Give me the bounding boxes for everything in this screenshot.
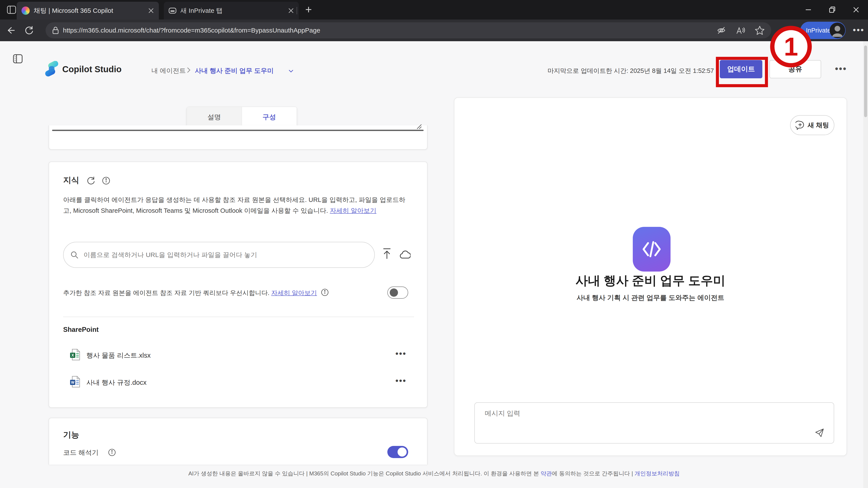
file-more-icon[interactable]: ••• bbox=[395, 349, 406, 359]
knowledge-info-icon[interactable] bbox=[102, 176, 110, 185]
breadcrumb-root[interactable]: 내 에이전트 bbox=[152, 66, 186, 75]
priority-learn-more-link[interactable]: 자세히 알아보기 bbox=[271, 289, 317, 296]
excel-file-icon: X bbox=[70, 349, 80, 360]
page-scrollbar-thumb[interactable] bbox=[864, 45, 867, 117]
address-bar[interactable]: https://m365.cloud.microsoft/chat/?fromc… bbox=[45, 22, 771, 38]
breadcrumb-current[interactable]: 사내 행사 준비 업무 도우미 bbox=[195, 66, 274, 75]
minimize-button[interactable] bbox=[796, 0, 820, 20]
agent-title: 사내 행사 준비 업무 도우미 bbox=[454, 272, 847, 289]
tracking-prevention-icon[interactable] bbox=[716, 26, 726, 35]
file-more-icon[interactable]: ••• bbox=[395, 376, 406, 386]
agent-subtitle: 사내 행사 기획 시 관련 업무를 도와주는 에이전트 bbox=[454, 293, 847, 302]
tab-close-icon[interactable] bbox=[287, 6, 295, 15]
knowledge-learn-more-link[interactable]: 자세히 알아보기 bbox=[330, 207, 376, 214]
message-input[interactable] bbox=[484, 409, 789, 418]
annotation-step-number: 1 bbox=[784, 32, 798, 61]
priority-toggle[interactable] bbox=[388, 287, 408, 299]
browser-tab-copilot[interactable]: 채팅 | Microsoft 365 Copilot bbox=[17, 2, 159, 20]
back-button[interactable] bbox=[6, 25, 16, 35]
code-interpreter-label: 코드 해석기 bbox=[63, 448, 99, 457]
inprivate-label: InPrivate bbox=[806, 27, 831, 34]
browser-tab-inprivate[interactable]: 새 InPrivate 탭 bbox=[164, 2, 299, 20]
sharepoint-section-label: SharePoint bbox=[63, 326, 99, 333]
priority-info-icon[interactable] bbox=[321, 289, 329, 296]
chat-add-icon bbox=[796, 121, 805, 130]
priority-row: 추가한 참조 자료 원본을 에이전트 참조 자료 기반 쿼리보다 우선시합니다.… bbox=[63, 289, 371, 297]
knowledge-refresh-icon[interactable] bbox=[86, 176, 95, 185]
code-interpreter-toggle[interactable] bbox=[388, 446, 408, 458]
browser-menu-icon[interactable]: ••• bbox=[851, 24, 866, 36]
tab-close-icon[interactable] bbox=[147, 6, 155, 15]
tab-description[interactable]: 설명 bbox=[187, 107, 242, 127]
word-file-icon: W bbox=[70, 376, 80, 388]
knowledge-title: 지식 bbox=[63, 175, 79, 186]
code-interpreter-info-icon[interactable] bbox=[108, 449, 116, 456]
refresh-button[interactable] bbox=[24, 26, 34, 35]
new-tab-button[interactable]: + bbox=[302, 3, 315, 16]
knowledge-divider bbox=[63, 317, 414, 317]
textarea-bottom-border bbox=[52, 130, 424, 131]
features-title: 기능 bbox=[63, 429, 79, 440]
resize-grip-icon[interactable] bbox=[416, 123, 422, 130]
close-window-button[interactable] bbox=[844, 0, 868, 20]
privacy-link[interactable]: 개인정보처리방침 bbox=[634, 470, 680, 477]
app-title: Copilot Studio bbox=[62, 64, 122, 74]
header-more-icon[interactable]: ••• bbox=[833, 63, 848, 75]
read-aloud-icon[interactable] bbox=[736, 26, 745, 35]
knowledge-search-box[interactable] bbox=[63, 242, 375, 268]
footer-text: 에 동의하는 것으로 간주됩니다 | bbox=[552, 470, 634, 477]
favorites-star-icon[interactable] bbox=[755, 26, 765, 35]
features-card bbox=[49, 418, 428, 464]
file-name[interactable]: 사내 행사 규정.docx bbox=[86, 378, 147, 387]
tab-title: 새 InPrivate 탭 bbox=[180, 6, 283, 15]
footer-disclaimer: AI가 생성한 내용은 올바르지 않을 수 있습니다 | M365의 Copil… bbox=[0, 470, 868, 477]
copilot-logo-icon bbox=[22, 6, 30, 15]
search-icon bbox=[70, 251, 79, 259]
tab-configure[interactable]: 구성 bbox=[242, 107, 297, 127]
browser-tab-strip: 채팅 | Microsoft 365 Copilot 새 InPrivate 탭… bbox=[0, 0, 868, 20]
panel-tabs: 설명 구성 bbox=[187, 107, 297, 128]
sidebar-toggle-icon[interactable] bbox=[13, 54, 23, 64]
file-name[interactable]: 행사 물품 리스트.xlsx bbox=[86, 351, 151, 360]
window-controls bbox=[796, 0, 868, 20]
toggle-knob bbox=[390, 289, 398, 297]
cloud-icon[interactable] bbox=[399, 250, 410, 259]
inprivate-tab-icon bbox=[168, 6, 177, 15]
priority-text: 추가한 참조 자료 원본을 에이전트 참조 자료 기반 쿼리보다 우선시합니다. bbox=[63, 289, 270, 296]
breadcrumb-chevron-icon bbox=[186, 66, 191, 74]
screen: 채팅 | Microsoft 365 Copilot 새 InPrivate 탭… bbox=[0, 0, 868, 488]
terms-link[interactable]: 약관 bbox=[540, 470, 552, 477]
upload-icon[interactable] bbox=[382, 248, 392, 260]
toggle-knob bbox=[398, 448, 407, 457]
instructions-card-partial bbox=[49, 125, 428, 150]
url-text[interactable]: https://m365.cloud.microsoft/chat/?fromc… bbox=[63, 27, 320, 34]
lock-icon bbox=[52, 26, 59, 34]
new-chat-button[interactable]: 새 채팅 bbox=[790, 115, 834, 135]
agent-avatar-icon bbox=[633, 227, 671, 271]
last-updated-text: 마지막으로 업데이트한 시간: 2025년 8월 14일 오전 1:52:57 bbox=[499, 67, 714, 75]
agent-dropdown-caret-icon[interactable] bbox=[288, 68, 294, 74]
annotation-step-badge: 1 bbox=[770, 26, 812, 67]
tab-divider bbox=[297, 7, 297, 14]
copilot-studio-logo bbox=[44, 61, 59, 77]
restore-button[interactable] bbox=[820, 0, 844, 20]
svg-text:X: X bbox=[71, 353, 74, 357]
avatar[interactable] bbox=[830, 23, 845, 38]
knowledge-search-input[interactable] bbox=[83, 251, 374, 259]
annotation-highlight-rect bbox=[716, 57, 768, 87]
send-icon[interactable] bbox=[815, 428, 824, 437]
footer-text: AI가 생성한 내용은 올바르지 않을 수 있습니다 | M365의 Copil… bbox=[188, 470, 540, 477]
tab-title: 채팅 | Microsoft 365 Copilot bbox=[34, 6, 143, 15]
knowledge-description: 아래를 클릭하여 에이전트가 응답을 생성하는 데 사용할 참조 자료 원본을 … bbox=[63, 194, 413, 216]
svg-text:W: W bbox=[71, 381, 74, 384]
new-chat-label: 새 채팅 bbox=[808, 121, 829, 130]
message-input-box[interactable] bbox=[474, 402, 834, 444]
tab-tray-icon[interactable] bbox=[7, 5, 16, 14]
